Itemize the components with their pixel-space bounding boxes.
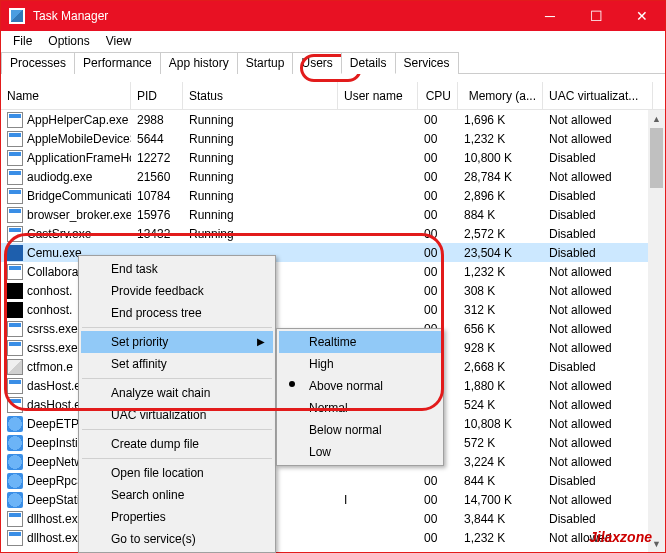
menu-file[interactable]: File: [5, 34, 40, 48]
process-name: dllhost.ex: [27, 531, 78, 545]
priority-above-normal[interactable]: Above normal: [279, 375, 441, 397]
process-mem: 10,808 K: [458, 417, 543, 431]
process-row[interactable]: CastSrv.exe13432Running002,572 KDisabled: [1, 224, 665, 243]
col-cpu[interactable]: CPU: [418, 82, 458, 109]
process-row[interactable]: BridgeCommunicati...10784Running002,896 …: [1, 186, 665, 205]
process-name: BridgeCommunicati...: [27, 189, 131, 203]
menu-uac-virt[interactable]: UAC virtualization: [81, 404, 273, 426]
tab-details[interactable]: Details: [341, 52, 396, 74]
process-uac: Disabled: [543, 246, 653, 260]
close-button[interactable]: ✕: [619, 1, 665, 31]
process-icon: [7, 416, 23, 432]
process-mem: 572 K: [458, 436, 543, 450]
process-icon: [7, 283, 23, 299]
menu-search-online[interactable]: Search online: [81, 484, 273, 506]
priority-above-normal-label: Above normal: [309, 379, 383, 393]
col-mem[interactable]: Memory (a...: [458, 82, 543, 109]
menu-open-location[interactable]: Open file location: [81, 462, 273, 484]
process-name: Collabora: [27, 265, 78, 279]
process-row[interactable]: AppleMobileDeviceS...5644Running001,232 …: [1, 129, 665, 148]
process-mem: 28,784 K: [458, 170, 543, 184]
process-icon: [7, 188, 23, 204]
menu-separator: [82, 378, 272, 379]
menu-set-affinity[interactable]: Set affinity: [81, 353, 273, 375]
process-icon: [7, 359, 23, 375]
process-name: Cemu.exe: [27, 246, 82, 260]
process-uac: Disabled: [543, 189, 653, 203]
process-icon: [7, 435, 23, 451]
process-cpu: 00: [418, 265, 458, 279]
process-row[interactable]: ApplicationFrameHo...12272Running0010,80…: [1, 148, 665, 167]
process-cpu: 00: [418, 189, 458, 203]
minimize-button[interactable]: ─: [527, 1, 573, 31]
process-icon: [7, 169, 23, 185]
menu-provide-feedback[interactable]: Provide feedback: [81, 280, 273, 302]
process-name: audiodg.exe: [27, 170, 92, 184]
tab-users[interactable]: Users: [292, 52, 341, 74]
process-status: Running: [183, 151, 338, 165]
process-uac: Disabled: [543, 360, 653, 374]
process-name: conhost.: [27, 284, 72, 298]
process-row[interactable]: audiodg.exe21560Running0028,784 KNot all…: [1, 167, 665, 186]
process-row[interactable]: AppHelperCap.exe2988Running001,696 KNot …: [1, 110, 665, 129]
scroll-down-arrow-icon[interactable]: ▼: [648, 535, 665, 552]
process-mem: 1,232 K: [458, 265, 543, 279]
process-uac: Not allowed: [543, 398, 653, 412]
process-cpu: 00: [418, 474, 458, 488]
menu-view[interactable]: View: [98, 34, 140, 48]
process-mem: 14,700 K: [458, 493, 543, 507]
process-icon: [7, 340, 23, 356]
menu-end-tree[interactable]: End process tree: [81, 302, 273, 324]
col-user[interactable]: User name: [338, 82, 418, 109]
menu-set-priority[interactable]: Set priority ▶: [81, 331, 273, 353]
process-status: Running: [183, 170, 338, 184]
process-cpu: 00: [418, 303, 458, 317]
process-mem: 656 K: [458, 322, 543, 336]
priority-realtime[interactable]: Realtime: [279, 331, 441, 353]
process-mem: 1,880 K: [458, 379, 543, 393]
process-uac: Not allowed: [543, 417, 653, 431]
tab-apphistory[interactable]: App history: [160, 52, 238, 74]
menu-analyze[interactable]: Analyze wait chain: [81, 382, 273, 404]
tab-startup[interactable]: Startup: [237, 52, 294, 74]
context-menu: End task Provide feedback End process tr…: [78, 255, 276, 553]
process-cpu: 00: [418, 493, 458, 507]
tab-processes[interactable]: Processes: [1, 52, 75, 74]
process-row[interactable]: browser_broker.exe15976Running00884 KDis…: [1, 205, 665, 224]
process-cpu: 00: [418, 284, 458, 298]
menubar: File Options View: [1, 31, 665, 51]
scrollbar-thumb[interactable]: [650, 128, 663, 188]
tab-services[interactable]: Services: [395, 52, 459, 74]
menu-end-task[interactable]: End task: [81, 258, 273, 280]
scroll-up-arrow-icon[interactable]: ▲: [648, 110, 665, 127]
titlebar[interactable]: Task Manager ─ ☐ ✕: [1, 1, 665, 31]
priority-high[interactable]: High: [279, 353, 441, 375]
tab-performance[interactable]: Performance: [74, 52, 161, 74]
priority-low[interactable]: Low: [279, 441, 441, 463]
process-mem: 524 K: [458, 398, 543, 412]
col-status[interactable]: Status: [183, 82, 338, 109]
priority-normal[interactable]: Normal: [279, 397, 441, 419]
menu-options[interactable]: Options: [40, 34, 97, 48]
vertical-scrollbar[interactable]: ▲ ▼: [648, 110, 665, 552]
priority-below-normal[interactable]: Below normal: [279, 419, 441, 441]
process-uac: Not allowed: [543, 284, 653, 298]
menu-properties[interactable]: Properties: [81, 506, 273, 528]
process-mem: 23,504 K: [458, 246, 543, 260]
process-icon: [7, 245, 23, 261]
process-status: Running: [183, 132, 338, 146]
col-name[interactable]: Name: [1, 82, 131, 109]
col-uac[interactable]: UAC virtualizat...: [543, 82, 653, 109]
maximize-button[interactable]: ☐: [573, 1, 619, 31]
process-name: DeepNetw: [27, 455, 83, 469]
process-name: dasHost.e: [27, 398, 81, 412]
process-name: browser_broker.exe: [27, 208, 131, 222]
process-pid: 5644: [131, 132, 183, 146]
col-pid[interactable]: PID: [131, 82, 183, 109]
process-icon: [7, 226, 23, 242]
menu-create-dump[interactable]: Create dump file: [81, 433, 273, 455]
process-name: csrss.exe: [27, 322, 78, 336]
menu-go-to-services[interactable]: Go to service(s): [81, 528, 273, 550]
column-headers[interactable]: Name PID Status User name CPU Memory (a.…: [1, 82, 665, 110]
process-pid: 15976: [131, 208, 183, 222]
